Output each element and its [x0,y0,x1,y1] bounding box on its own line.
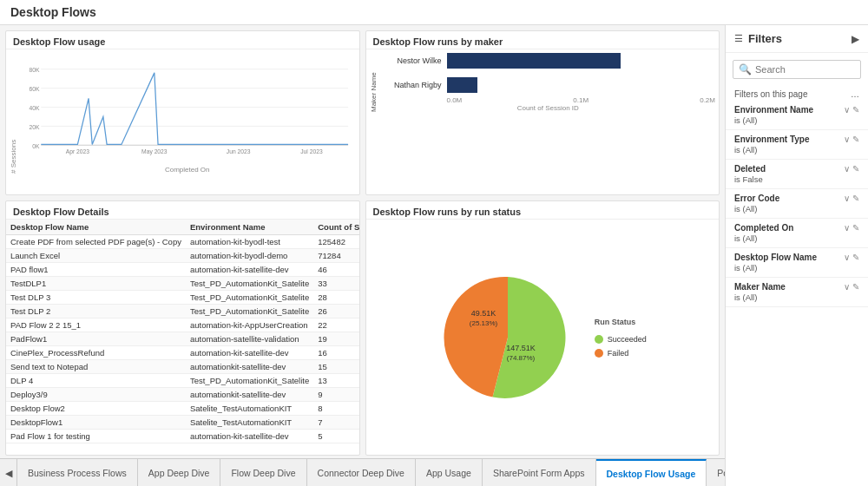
filter-item[interactable]: Error Code ∨ ✎ is (All) [726,189,868,219]
usage-line-chart: 80K 60K 40K 20K 0K Apr 2023 May 2023 Jun… [19,53,356,166]
svg-text:60K: 60K [30,86,40,92]
tab-flow-deep-dive[interactable]: Flow Deep Dive [220,459,306,486]
tab-business-process-flows[interactable]: Business Process Flows [17,459,138,486]
filter-item[interactable]: Maker Name ∨ ✎ is (All) [726,278,868,307]
table-cell: PadFlow1 [6,332,186,346]
tab-power-apps-adoption[interactable]: Power Apps Adoption [707,459,725,486]
maker-chart-box: Desktop Flow runs by maker Maker Name Ne… [365,30,720,195]
filter-value: is (All) [734,145,859,154]
table-cell: 9 [313,388,358,402]
table-row: Launch Excelautomation-kit-byodl-demo712… [6,249,359,263]
svg-text:0K: 0K [32,143,40,149]
maker-x-label: Count of Session ID [381,104,716,112]
table-row: Deploy3/9automationkit-satellite-dev95/1… [6,388,359,402]
bar-nestor [447,53,621,69]
filter-item[interactable]: Environment Type ∨ ✎ is (All) [726,130,868,160]
filter-controls[interactable]: ∨ ✎ [844,105,859,115]
table-cell: CinePlex_ProcessRefund [6,346,186,360]
filter-controls[interactable]: ∨ ✎ [844,194,859,203]
table-cell: 125482 [313,235,358,249]
filter-value: is (All) [734,233,859,243]
filter-item-header: Maker Name ∨ ✎ [734,282,859,292]
table-cell: DLP 4 [6,374,186,388]
table-cell: automation-kit-satellite-dev [186,430,313,443]
filter-item[interactable]: Environment Name ∨ ✎ is (All) [726,101,868,130]
svg-text:80K: 80K [30,67,40,73]
tab-app-usage[interactable]: App Usage [416,459,483,486]
bar-row-nathan: Nathan Rigby [381,77,716,93]
table-cell: DesktopFlow1 [6,416,186,430]
filter-item[interactable]: Deleted ∨ ✎ is False [726,160,868,189]
filter-controls[interactable]: ∨ ✎ [844,253,859,262]
table-cell: Send text to Notepad [6,360,186,374]
tab-connector-deep-dive[interactable]: Connector Deep Dive [307,459,416,486]
sidebar-collapse-button[interactable]: ▶ [852,33,859,45]
svg-text:20K: 20K [30,124,40,130]
table-cell: Launch Excel [6,249,186,263]
table-cell: 19 [313,332,358,346]
svg-text:49.51K: 49.51K [470,309,496,318]
filter-value: is (All) [734,204,859,213]
svg-text:(25.13%): (25.13%) [469,319,497,327]
filter-name: Completed On [734,223,793,233]
maker-chart-title: Desktop Flow runs by maker [366,31,720,49]
search-icon: 🔍 [739,63,752,76]
table-row: TestDLP1Test_PD_AutomationKit_Satelite33… [6,277,359,291]
filter-name: Maker Name [734,282,786,292]
table-cell: 7 [313,416,358,430]
table-row: DesktopFlow1Satelite_TestAutomationKIT75… [6,416,359,430]
table-cell: 16 [313,346,358,360]
details-table-box: Desktop Flow Details Desktop Flow Name E… [5,200,360,456]
tab-app-deep-dive[interactable]: App Deep Dive [138,459,221,486]
filter-controls[interactable]: ∨ ✎ [844,223,859,233]
tab-desktop-flow-usage[interactable]: Desktop Flow Usage [596,459,707,486]
search-box[interactable]: 🔍 [733,60,861,79]
table-row: Test DLP 2Test_PD_AutomationKit_Satelite… [6,305,359,319]
tab-sharepoint-form-apps[interactable]: SharePoint Form Apps [483,459,596,486]
table-cell: 5 [313,430,358,443]
col-flow-name: Desktop Flow Name [6,220,186,235]
table-cell: automationkit-satellite-dev [186,388,313,402]
table-cell: Test DLP 2 [6,305,186,319]
filter-item[interactable]: Completed On ∨ ✎ is (All) [726,219,868,248]
table-cell: Deploy3/9 [6,388,186,402]
pie-chart-box: Desktop Flow runs by run status 147.51K … [365,200,720,456]
col-session-count: Count of Session ID [313,220,358,235]
table-cell: 22 [313,319,358,332]
table-cell: automation-kit-AppUserCreation [186,319,313,332]
table-cell: 28 [313,291,358,305]
pie-chart-svg: 147.51K (74.87%) 49.51K (25.13%) [438,268,577,407]
legend-failed-dot [595,349,603,358]
maker-name-nathan: Nathan Rigby [381,81,442,89]
table-row: PadFlow1automation-satellite-validation1… [6,332,359,346]
table-cell: Test_PD_AutomationKit_Satelite [186,277,313,291]
details-table-scroll[interactable]: Desktop Flow Name Environment Name Count… [6,220,359,455]
filters-on-page-label: Filters on this page … [726,86,868,101]
table-cell: Satelite_TestAutomationKIT [186,416,313,430]
table-cell: Test_PD_AutomationKit_Satelite [186,291,313,305]
filter-icon: ☰ [734,33,743,44]
sidebar-title: Filters [748,32,852,45]
pie-chart-area: 147.51K (74.87%) 49.51K (25.13%) Run Sta… [366,220,720,455]
search-input[interactable] [755,64,855,75]
usage-chart-box: Desktop Flow usage # Sessions 80K [5,30,360,195]
legend-failed: Failed [595,349,647,358]
table-cell: Test DLP 3 [6,291,186,305]
tab-nav-left[interactable]: ◀ [0,459,17,486]
filter-item[interactable]: Desktop Flow Name ∨ ✎ is (All) [726,248,868,278]
table-cell: 71284 [313,249,358,263]
filter-name: Deleted [734,164,766,174]
filter-controls[interactable]: ∨ ✎ [844,282,859,292]
table-body: Create PDF from selected PDF page(s) - C… [6,235,359,443]
legend-succeeded-dot [595,335,603,344]
table-cell: PAD Flow 2 2 15_1 [6,319,186,332]
filter-value: is False [734,174,859,184]
filter-name: Environment Name [734,105,813,115]
svg-text:40K: 40K [30,105,40,111]
filter-controls[interactable]: ∨ ✎ [844,135,859,144]
filter-value: is (All) [734,263,859,273]
table-row: Pad Flow 1 for testingautomation-kit-sat… [6,430,359,443]
table-cell: automationkit-satellite-dev [186,360,313,374]
filter-controls[interactable]: ∨ ✎ [844,164,859,174]
table-cell: 26 [313,305,358,319]
